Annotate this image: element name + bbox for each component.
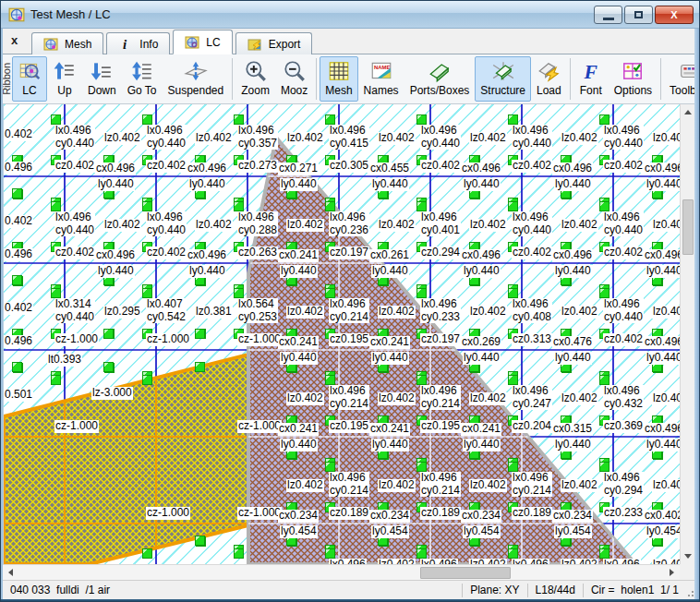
button-up[interactable]: Up: [47, 56, 82, 102]
mesh-label: lx0.496: [420, 559, 458, 564]
button-label: Up: [57, 84, 71, 97]
close-button[interactable]: X: [655, 6, 694, 24]
mesh-label: 0.496: [4, 248, 33, 261]
mesh-label: cz-1.000: [146, 333, 190, 346]
button-font[interactable]: FFont: [573, 56, 609, 102]
mesh-label: cx0.269: [461, 336, 501, 349]
mesh-label: cz0.195: [329, 333, 369, 346]
mesh-label: lx0.496 cy0.357: [237, 125, 278, 150]
mesh-label: cx0.496: [552, 163, 593, 175]
mesh-label: ly0.440: [554, 265, 592, 278]
mesh-label: ly0.454: [280, 525, 318, 538]
mesh-label: lx0.496 cy0.440: [146, 211, 187, 236]
mesh-label: cz0.402: [603, 160, 644, 173]
mesh-label: cz-1.000: [237, 420, 282, 433]
button-suspended[interactable]: Suspended: [163, 56, 230, 102]
button-load[interactable]: Load: [531, 56, 567, 102]
status-fields: Plane: XYL18/44dCir = holen1 1/ 1: [462, 581, 686, 599]
status-field-1: L18/44d: [527, 584, 583, 597]
mesh-label: lz0.402: [561, 132, 598, 145]
mesh-label: lx0.496 cy0.440: [512, 125, 552, 150]
button-names[interactable]: NAMENames: [358, 56, 404, 102]
tab-label: Export: [269, 38, 301, 51]
button-zoom[interactable]: Zoom: [235, 56, 275, 102]
mesh-label: ly0.440: [554, 439, 592, 452]
vertical-scrollbar[interactable]: [680, 104, 694, 564]
mesh-label: lz0.402: [195, 219, 233, 232]
mesh-label: ly0.440: [371, 265, 409, 278]
button-ports-boxes[interactable]: Ports/Boxes: [404, 56, 476, 102]
ports-icon: [428, 59, 452, 83]
mesh-label: ly0.440: [280, 178, 318, 191]
button-label: Mesh: [325, 84, 352, 97]
mesh-label: cx0.496: [644, 423, 680, 436]
mesh-label: cx0.271: [278, 163, 319, 175]
mesh-label: lz0.402: [378, 559, 416, 564]
tab-lc[interactable]: LC: [173, 30, 232, 54]
scroll-left-icon[interactable]: [8, 569, 13, 576]
font-icon: F: [579, 59, 603, 83]
mesh-label: cz-1.000: [237, 507, 282, 520]
tab-info[interactable]: iInfo: [106, 32, 170, 54]
mesh-tab-icon: [43, 37, 58, 52]
button-label: LC: [22, 84, 36, 97]
mesh-label: lx0.496 cy0.288: [237, 211, 278, 236]
scroll-up-icon[interactable]: [684, 110, 692, 114]
mesh-label: ly0.440: [554, 352, 592, 365]
horizontal-scrollbar[interactable]: [3, 564, 680, 580]
tab-export[interactable]: Export: [235, 32, 313, 54]
button-mooz[interactable]: Mooz: [275, 56, 313, 102]
mesh-label: lz0.402: [469, 392, 507, 405]
button-mesh[interactable]: Mesh: [320, 56, 357, 102]
mesh-label: lx0.496 cy0.440: [54, 125, 95, 150]
scroll-right-icon[interactable]: [670, 569, 674, 576]
mesh-label: ly0.440: [463, 178, 501, 191]
mesh-label: ly0.440: [280, 352, 318, 365]
minimize-button[interactable]: [594, 6, 622, 24]
button-structure[interactable]: Structure: [475, 56, 531, 102]
svg-text:NAME: NAME: [373, 65, 390, 70]
ribbon-close-button[interactable]: x: [6, 31, 23, 49]
mesh-label: ly0.440: [280, 265, 318, 278]
mesh-label: cx0.496: [552, 249, 593, 262]
title-bar[interactable]: Test Mesh / LC X: [1, 1, 700, 29]
mesh-label: cx0.496: [95, 249, 136, 262]
mesh-label: lz0.402: [469, 306, 507, 319]
button-down[interactable]: Down: [82, 56, 122, 102]
horizontal-scroll-thumb[interactable]: [420, 567, 511, 579]
mesh-label: cz0.402: [512, 160, 552, 173]
mesh-label: cz-1.000: [146, 507, 190, 520]
mesh-label: cz0.294: [420, 247, 461, 259]
mesh-label: lz0.402: [378, 132, 416, 145]
mesh-label: lx0.496 cy0.440: [603, 298, 644, 323]
maximize-icon: [634, 11, 643, 18]
maximize-button[interactable]: [624, 6, 653, 24]
scroll-down-icon[interactable]: [684, 554, 692, 559]
mesh-label: cx0.496: [95, 163, 136, 175]
up-icon: [53, 59, 77, 83]
mesh-label: lx0.496 cy0.401: [420, 211, 461, 236]
mesh-label: cz0.402: [146, 247, 187, 259]
mesh-label: lx0.496: [512, 559, 549, 564]
mesh-label: cz0.233: [603, 507, 644, 520]
button-options[interactable]: Options: [609, 56, 658, 102]
mesh-label: ly0.454: [371, 525, 409, 538]
mesh-label: lx0.496: [603, 559, 641, 564]
mesh-label: ly0.440: [463, 439, 501, 452]
tab-mesh[interactable]: Mesh: [31, 32, 103, 54]
tab-strip: MeshiInfoLCExport: [31, 30, 312, 54]
structure-icon: [491, 59, 515, 83]
window-title: Test Mesh / LC: [30, 7, 111, 21]
mesh-label: lz0.402: [103, 132, 141, 145]
mesh-label: ly0.440: [371, 178, 409, 191]
button-go-to[interactable]: Go To: [122, 56, 163, 102]
mesh-label: lz0.402: [286, 306, 324, 319]
mesh-label: lz0.402: [469, 132, 507, 145]
mesh-label: lz0.402: [286, 219, 324, 232]
vertical-scroll-thumb[interactable]: [682, 199, 694, 255]
mesh-label: lz0.402: [378, 392, 416, 405]
svg-text:F: F: [583, 61, 597, 83]
mesh-marker: [234, 548, 244, 559]
mesh-canvas[interactable]: 0.4020.4960.4020.4960.4020.4960.501lx0.4…: [3, 104, 680, 564]
button-lc[interactable]: LC: [12, 56, 47, 102]
